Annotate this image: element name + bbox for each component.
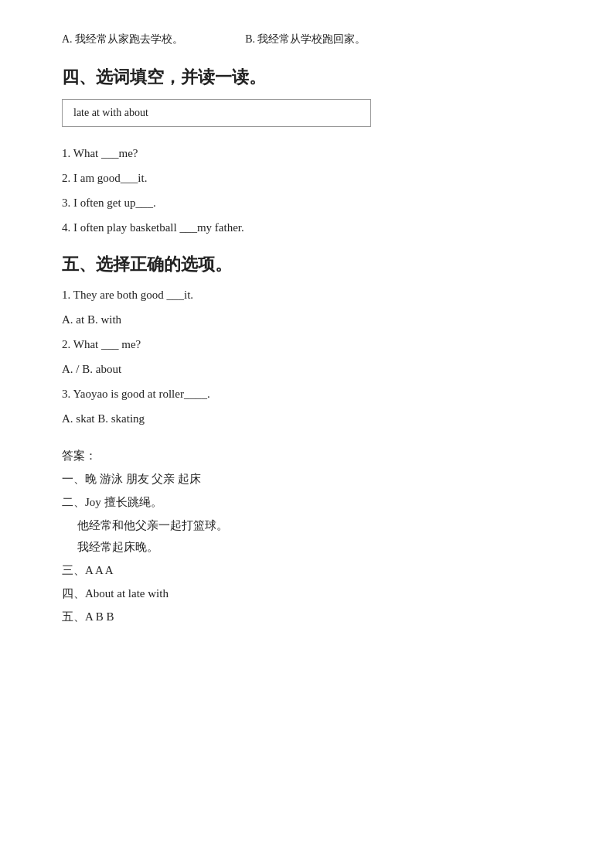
answer-line-4: 我经常起床晚。: [77, 538, 551, 556]
word-box: late at with about: [62, 99, 371, 127]
section4: 四、选词填空，并读一读。 late at with about 1. What …: [62, 63, 551, 237]
header-options: A. 我经常从家跑去学校。 B. 我经常从学校跑回家。: [62, 31, 551, 48]
section5-q2: 2. What ___ me?: [62, 335, 551, 354]
answer-label: 答案：: [62, 446, 551, 465]
answer-section: 答案： 一、晚 游泳 朋友 父亲 起床 二、Joy 擅长跳绳。 他经常和他父亲一…: [62, 446, 551, 626]
section5-q1-options: A. at B. with: [62, 310, 551, 329]
answer-line-5: 三、A A A: [62, 561, 551, 579]
section5-title: 五、选择正确的选项。: [62, 251, 551, 278]
section5-q3-options: A. skat B. skating: [62, 409, 551, 428]
section5-q3: 3. Yaoyao is good at roller____.: [62, 384, 551, 403]
section4-title: 四、选词填空，并读一读。: [62, 63, 551, 91]
section4-q4: 4. I often play basketball ___my father.: [62, 218, 551, 237]
section4-q1: 1. What ___me?: [62, 144, 551, 162]
header-option-b: B. 我经常从学校跑回家。: [245, 31, 366, 48]
answer-line-3: 他经常和他父亲一起打篮球。: [77, 516, 551, 535]
section4-q3: 3. I often get up___.: [62, 193, 551, 212]
answer-line-1: 一、晚 游泳 朋友 父亲 起床: [62, 470, 551, 488]
answer-line-6: 四、About at late with: [62, 584, 551, 603]
section5-q1: 1. They are both good ___it.: [62, 285, 551, 304]
header-option-a: A. 我经常从家跑去学校。: [62, 31, 183, 48]
section5: 五、选择正确的选项。 1. They are both good ___it. …: [62, 251, 551, 428]
section4-q2: 2. I am good___it.: [62, 169, 551, 187]
answer-line-2: 二、Joy 擅长跳绳。: [62, 493, 551, 511]
section5-q2-options: A. / B. about: [62, 360, 551, 378]
answer-line-7: 五、A B B: [62, 607, 551, 626]
